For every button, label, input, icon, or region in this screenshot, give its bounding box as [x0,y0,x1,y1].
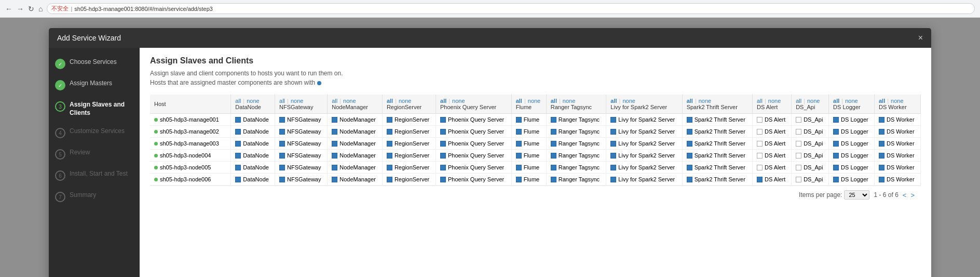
dslogger-cell[interactable]: DS Logger [829,162,875,174]
regionserver-cell[interactable]: RegionServer [382,138,435,150]
flume-cell[interactable]: Flume [511,138,546,150]
sidebar-item-assign-masters[interactable]: ✓ Assign Masters [49,74,140,96]
nodemanager-cell[interactable]: NodeManager [328,162,383,174]
flume-cell[interactable]: Flume [511,162,546,174]
flume-checkbox[interactable] [516,153,522,159]
nodemanager-checkbox[interactable] [332,129,337,135]
phoenixquery-checkbox[interactable] [440,141,446,147]
flume-checkbox[interactable] [516,117,522,123]
rangertag-cell[interactable]: Ranger Tagsync [546,174,606,186]
nfsgateway-cell[interactable]: NFSGateway [275,138,328,150]
rangertag-none-link[interactable]: none [563,98,575,104]
nfsgateway-cell[interactable]: NFSGateway [275,126,328,138]
spark2thrift-checkbox[interactable] [687,129,692,135]
nfsgateway-checkbox[interactable] [279,117,285,123]
dslogger-cell[interactable]: DS Logger [829,150,875,162]
phoenixquery-cell[interactable]: Phoenix Query Server [436,174,512,186]
dslogger-all-link[interactable]: all [833,98,839,104]
dsapi-checkbox[interactable] [796,165,801,170]
phoenixquery-checkbox[interactable] [440,129,446,135]
dsalert-cell[interactable]: DS Alert [752,162,791,174]
flume-cell[interactable]: Flume [511,126,546,138]
spark2thrift-cell[interactable]: Spark2 Thrift Server [682,174,752,186]
dsapi-checkbox[interactable] [796,153,801,159]
dsalert-cell[interactable]: DS Alert [752,126,791,138]
dsworker-all-link[interactable]: all [879,98,885,104]
flume-checkbox[interactable] [516,141,522,147]
nodemanager-checkbox[interactable] [332,117,337,123]
spark2thrift-none-link[interactable]: none [699,98,711,104]
spark2thrift-cell[interactable]: Spark2 Thrift Server [682,126,752,138]
dsworker-cell[interactable]: DS Worker [874,138,920,150]
dsalert-cell[interactable]: DS Alert [752,114,791,126]
phoenixquery-cell[interactable]: Phoenix Query Server [436,150,512,162]
regionserver-cell[interactable]: RegionServer [382,174,435,186]
forward-nav-button[interactable]: → [17,5,24,13]
nfsgateway-cell[interactable]: NFSGateway [275,174,328,186]
nodemanager-all-link[interactable]: all [332,98,337,104]
livyspark2-cell[interactable]: Livy for Spark2 Server [606,138,682,150]
livyspark2-cell[interactable]: Livy for Spark2 Server [606,162,682,174]
datanode-cell[interactable]: DataNode [231,162,275,174]
regionserver-checkbox[interactable] [387,165,392,170]
dsapi-cell[interactable]: DS_Api [792,150,829,162]
per-page-select[interactable]: 25 50 100 [844,190,869,200]
nfsgateway-cell[interactable]: NFSGateway [275,162,328,174]
rangertag-all-link[interactable]: all [551,98,557,104]
datanode-cell[interactable]: DataNode [231,174,275,186]
regionserver-none-link[interactable]: none [399,98,411,104]
dsalert-checkbox[interactable] [757,117,763,123]
phoenixquery-checkbox[interactable] [440,117,446,123]
dsworker-checkbox[interactable] [879,165,884,170]
nodemanager-checkbox[interactable] [332,153,337,159]
dsapi-checkbox[interactable] [796,141,801,147]
nfsgateway-cell[interactable]: NFSGateway [275,150,328,162]
dslogger-cell[interactable]: DS Logger [829,174,875,186]
dsalert-checkbox[interactable] [757,141,763,147]
nodemanager-checkbox[interactable] [332,165,337,170]
nodemanager-cell[interactable]: NodeManager [328,114,383,126]
rangertag-checkbox[interactable] [551,177,556,182]
dsalert-all-link[interactable]: all [757,98,763,104]
spark2thrift-checkbox[interactable] [687,153,692,159]
rangertag-checkbox[interactable] [551,153,556,159]
livyspark2-cell[interactable]: Livy for Spark2 Server [606,126,682,138]
phoenixquery-checkbox[interactable] [440,177,446,182]
regionserver-checkbox[interactable] [387,177,392,182]
close-button[interactable]: × [918,33,923,43]
rangertag-checkbox[interactable] [551,165,556,170]
dsapi-all-link[interactable]: all [796,98,801,104]
dsworker-cell[interactable]: DS Worker [874,174,920,186]
regionserver-checkbox[interactable] [387,117,392,123]
flume-checkbox[interactable] [516,165,522,170]
dsapi-cell[interactable]: DS_Api [792,174,829,186]
flume-all-link[interactable]: all [516,98,522,104]
datanode-checkbox[interactable] [235,153,241,159]
rangertag-checkbox[interactable] [551,117,556,123]
dsworker-checkbox[interactable] [879,141,884,147]
phoenixquery-cell[interactable]: Phoenix Query Server [436,162,512,174]
flume-cell[interactable]: Flume [511,114,546,126]
dsalert-cell[interactable]: DS Alert [752,174,791,186]
spark2thrift-checkbox[interactable] [687,117,692,123]
regionserver-cell[interactable]: RegionServer [382,162,435,174]
nodemanager-checkbox[interactable] [332,141,337,147]
flume-checkbox[interactable] [516,177,522,182]
dslogger-cell[interactable]: DS Logger [829,138,875,150]
dsapi-none-link[interactable]: none [807,98,820,104]
spark2thrift-cell[interactable]: Spark2 Thrift Server [682,162,752,174]
dsworker-checkbox[interactable] [879,177,884,182]
flume-cell[interactable]: Flume [511,174,546,186]
flume-checkbox[interactable] [516,129,522,135]
regionserver-all-link[interactable]: all [387,98,393,104]
phoenixquery-cell[interactable]: Phoenix Query Server [436,126,512,138]
phoenixquery-checkbox[interactable] [440,165,446,170]
dsapi-checkbox[interactable] [796,177,801,182]
sidebar-item-assign-slaves[interactable]: 3 Assign Slaves and Clients [49,96,140,122]
datanode-cell[interactable]: DataNode [231,138,275,150]
flume-none-link[interactable]: none [528,98,540,104]
livyspark2-cell[interactable]: Livy for Spark2 Server [606,114,682,126]
datanode-checkbox[interactable] [235,117,241,123]
datanode-cell[interactable]: DataNode [231,150,275,162]
dsapi-cell[interactable]: DS_Api [792,126,829,138]
